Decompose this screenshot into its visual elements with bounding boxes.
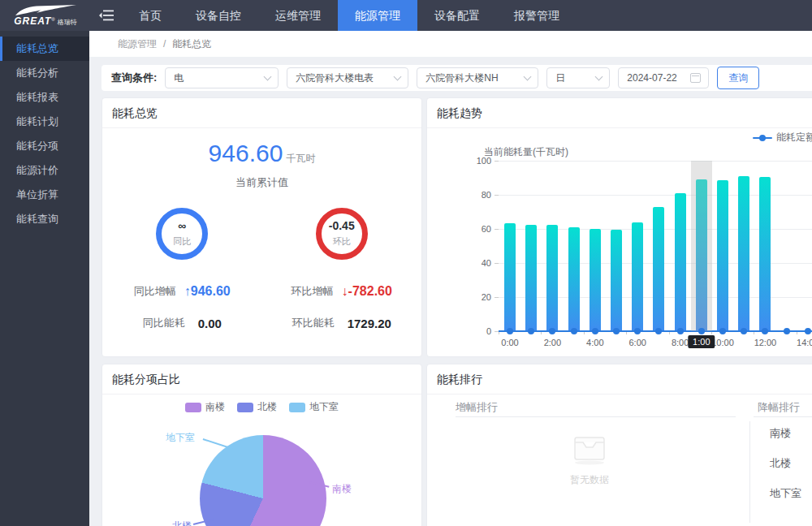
rise-ranking-divider — [456, 416, 736, 417]
nav-item-3[interactable]: 能源管理 — [338, 0, 417, 31]
bar-5:00[interactable] — [611, 230, 622, 331]
fall-ranking-divider — [754, 416, 812, 417]
top-navbar: GREAT ® 格瑞特 首页设备自控运维管理能源管理设备配置报警管理 — [0, 0, 812, 31]
trend-bar-chart[interactable]: 0204060801000:002:004:006:008:0010:0012:… — [499, 161, 812, 331]
pie-slice-label-地下室: 地下室 — [166, 431, 195, 445]
quota-point-3:00[interactable] — [571, 328, 577, 334]
sidebar-item-4[interactable]: 能耗分项 — [0, 134, 89, 158]
query-select-2[interactable]: 六院骨科大楼NH — [417, 67, 538, 88]
quota-point-5:00[interactable] — [613, 328, 620, 334]
search-button[interactable]: 查询 — [717, 67, 759, 89]
sidebar-item-3[interactable]: 能耗计划 — [0, 110, 89, 134]
sidebar-item-2[interactable]: 能耗报表 — [0, 85, 89, 110]
pie-legend-label-0: 南楼 — [205, 400, 225, 414]
y-tick-label: 40 — [482, 258, 491, 268]
trend-legend-item-0[interactable]: 能耗定额 — [753, 131, 812, 144]
up-arrow-icon: ↑ — [184, 284, 191, 298]
current-total-label: 当前累计值 — [102, 175, 421, 190]
current-total-value: 946.60千瓦时 — [102, 140, 421, 167]
sidebar-item-1[interactable]: 能耗分析 — [0, 61, 89, 85]
bar-0:00[interactable] — [504, 223, 516, 331]
trend-chart-legend: 能耗定额当前能耗 — [753, 131, 812, 144]
query-conditions-bar: 查询条件: 电六院骨科大楼电表六院骨科大楼NH日 2024-07-22 查询 — [102, 65, 812, 91]
menu-fold-icon — [99, 10, 114, 21]
nav-item-4[interactable]: 设备配置 — [417, 0, 497, 31]
bar-7:00[interactable] — [653, 207, 664, 331]
quota-point-6:00[interactable] — [634, 328, 641, 334]
breadcrumb-parent[interactable]: 能源管理 — [118, 37, 157, 51]
y-tick-label: 100 — [477, 156, 491, 166]
nav-item-5[interactable]: 报警管理 — [497, 0, 577, 31]
brand-logo[interactable]: GREAT ® 格瑞特 — [0, 0, 91, 31]
quota-point-7:00[interactable] — [655, 328, 662, 334]
gridline-100 — [499, 161, 812, 162]
hover-highlight-band — [691, 161, 712, 331]
legend-line-icon — [753, 137, 772, 139]
yoy-energy-label: 同比能耗 — [143, 316, 185, 330]
quota-point-12:00[interactable] — [762, 328, 768, 334]
chevron-down-icon — [264, 73, 272, 81]
quota-point-11:00[interactable] — [741, 328, 747, 334]
sidebar-item-6[interactable]: 单位折算 — [0, 183, 89, 207]
bar-12:00[interactable] — [759, 177, 771, 331]
down-arrow-icon: ↓ — [342, 284, 348, 298]
sidebar-collapse-button[interactable] — [91, 0, 122, 31]
x-tick-label-12:00: 12:00 — [754, 338, 777, 347]
query-select-value-2: 六院骨科大楼NH — [425, 71, 498, 85]
mom-energy-value: 1729.20 — [348, 317, 391, 330]
rise-ranking-title: 增幅排行 — [456, 400, 498, 415]
calendar-icon — [690, 73, 701, 83]
bar-2:00[interactable] — [546, 225, 558, 331]
mom-column: -0.45 环比 环比增幅 ↓-782.60 环比能耗 1729.20 — [262, 208, 422, 330]
bar-3:00[interactable] — [568, 227, 580, 331]
energy-breakdown-card: 能耗分项占比 南楼北楼地下室 地下室南楼北楼 — [102, 364, 422, 526]
breadcrumb-current: 能耗总览 — [172, 37, 211, 51]
fall-ranking-item-1: 北楼 — [770, 456, 791, 471]
quota-point-9:00[interactable] — [698, 328, 705, 334]
query-select-value-0: 电 — [174, 71, 184, 85]
nav-item-0[interactable]: 首页 — [122, 0, 179, 31]
sidebar-item-7[interactable]: 能耗查询 — [0, 207, 89, 231]
yoy-ring-label: 同比 — [173, 235, 191, 248]
bar-4:00[interactable] — [590, 229, 601, 331]
quota-point-0:00[interactable] — [507, 328, 513, 334]
quota-point-14:00[interactable] — [805, 328, 811, 334]
quota-point-8:00[interactable] — [677, 328, 684, 334]
pie-legend-item-0[interactable]: 南楼 — [185, 400, 225, 414]
date-picker-field[interactable]: 2024-07-22 — [618, 67, 709, 88]
pie-legend-item-2[interactable]: 地下室 — [289, 400, 339, 414]
pie-slice-label-南楼: 南楼 — [332, 482, 352, 496]
bar-6:00[interactable] — [632, 222, 643, 331]
sidebar-menu: 能耗总览能耗分析能耗报表能耗计划能耗分项能源计价单位折算能耗查询 — [0, 31, 89, 526]
bar-11:00[interactable] — [738, 176, 749, 331]
yoy-growth-value: ↑946.60 — [184, 284, 231, 299]
mom-growth-label: 环比增幅 — [292, 284, 334, 299]
nav-item-1[interactable]: 设备自控 — [179, 0, 258, 31]
quota-point-13:00[interactable] — [784, 328, 790, 334]
query-select-3[interactable]: 日 — [546, 67, 610, 88]
x-tick-label-0:00: 0:00 — [501, 338, 518, 347]
bar-10:00[interactable] — [717, 180, 728, 331]
quota-point-1:00[interactable] — [528, 328, 534, 334]
mom-ring-label: 环比 — [333, 235, 351, 248]
bar-8:00[interactable] — [675, 193, 686, 331]
fall-ranking-title: 降幅排行 — [758, 400, 800, 415]
query-select-0[interactable]: 电 — [165, 67, 279, 88]
quota-point-4:00[interactable] — [592, 328, 598, 334]
bar-1:00[interactable] — [525, 225, 537, 331]
query-conditions-label: 查询条件: — [111, 71, 157, 85]
pie-legend-item-1[interactable]: 北楼 — [237, 400, 277, 414]
energy-ranking-card: 能耗排行 增幅排行 暂无数据 降幅排行 南楼北楼地下室 — [426, 364, 812, 526]
query-select-1[interactable]: 六院骨科大楼电表 — [287, 67, 408, 88]
quota-point-2:00[interactable] — [549, 328, 555, 334]
sidebar-item-0[interactable]: 能耗总览 — [0, 37, 89, 61]
main-content: 查询条件: 电六院骨科大楼电表六院骨科大楼NH日 2024-07-22 查询 能… — [89, 57, 812, 526]
nav-item-2[interactable]: 运维管理 — [258, 0, 338, 31]
y-tick-label: 80 — [482, 190, 491, 200]
pie-slice-label-北楼: 北楼 — [172, 520, 192, 526]
yoy-energy-value: 0.00 — [198, 317, 222, 330]
quota-point-10:00[interactable] — [719, 328, 726, 334]
yoy-column: ∞ 同比 同比增幅 ↑946.60 同比能耗 0.00 — [102, 208, 262, 330]
sidebar-item-5[interactable]: 能源计价 — [0, 158, 89, 183]
breakdown-pie-chart[interactable] — [200, 435, 326, 526]
